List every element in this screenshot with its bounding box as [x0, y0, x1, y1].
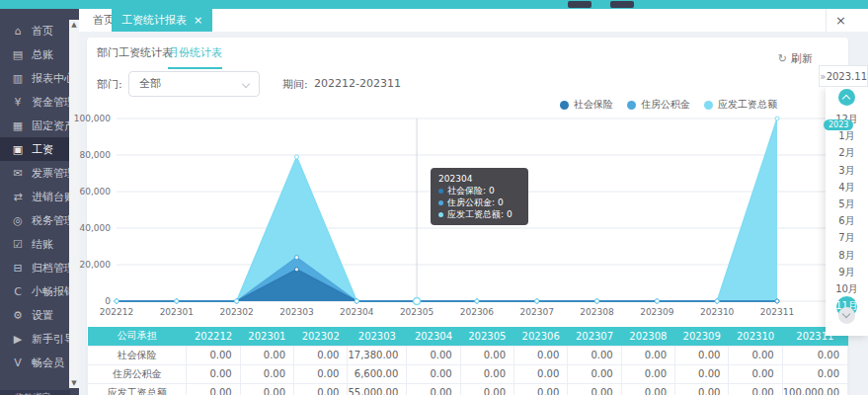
content-card: 部门工资统计表 月份统计表 ↻ 刷新 部门: 全部 期间: 202212-202…	[87, 38, 848, 395]
row-label: 社会保险	[88, 346, 187, 364]
close-panel-button[interactable]: ×	[826, 9, 855, 32]
months-scroll-up-button[interactable]	[838, 89, 855, 106]
table-header-cell: 202304	[407, 327, 460, 346]
table-cell: 0.00	[514, 364, 568, 383]
month-item-10月[interactable]: 10月	[826, 281, 868, 297]
month-picker-panel: 12月1月2月3月4月5月6月7月8月9月10月11月 2023	[826, 87, 868, 336]
scroll-down-icon[interactable]: ▼	[69, 378, 79, 388]
months-scroll-down-button[interactable]	[838, 307, 855, 324]
month-item-7月[interactable]: 7月	[826, 230, 868, 246]
sidebar-item-salary[interactable]: ▣工资	[0, 137, 79, 161]
month-item-8月[interactable]: 8月	[826, 248, 868, 264]
sidebar-item-settings[interactable]: ⚙设置	[0, 303, 79, 327]
table-cell: 0.00	[460, 346, 513, 364]
month-item-1月[interactable]: 1月	[826, 128, 868, 144]
sidebar-item-tax-management[interactable]: ◎税务管理	[0, 208, 79, 232]
table-header-cell: 202303	[348, 327, 407, 346]
table-cell: 0.00	[729, 346, 782, 364]
sidebar-item-home[interactable]: ⌂首页	[0, 19, 79, 42]
table-cell: 0.00	[240, 346, 293, 364]
table-cell: 100,000.00	[782, 383, 847, 395]
funds-management-icon: ¥	[11, 96, 25, 109]
sidebar-item-beginner-guide[interactable]: ▶新手引导	[0, 327, 79, 351]
purchase-sales-ledger-icon: ⇄	[11, 191, 25, 203]
tax-management-icon: ◎	[11, 214, 25, 227]
legend-item[interactable]: 应发工资总额	[704, 98, 777, 112]
topbar-button[interactable]	[610, 1, 634, 8]
tab-salary-report[interactable]: 工资统计报表 ×	[112, 9, 212, 32]
month-item-9月[interactable]: 9月	[826, 265, 868, 280]
legend-dot-icon	[627, 101, 636, 110]
legend-item[interactable]: 住房公积金	[627, 98, 690, 112]
table-cell: 0.00	[782, 346, 847, 364]
sidebar-item-membership[interactable]: V畅会员	[0, 351, 79, 374]
sidebar-item-fixed-assets[interactable]: ▦固定资产	[0, 114, 79, 137]
closing-icon: ☑	[11, 238, 25, 251]
table-cell: 0.00	[240, 364, 293, 383]
refresh-button[interactable]: ↻ 刷新	[778, 51, 813, 66]
scroll-up-icon[interactable]: ▲	[69, 20, 79, 30]
sidebar-item-label: 总账	[32, 47, 53, 62]
table-row: 应发工资总额0.000.000.0055,000.000.000.000.000…	[88, 383, 848, 395]
invoice-management-icon: ✉	[11, 167, 25, 180]
sidebar-item-archive-management[interactable]: ⊟归档管理	[0, 256, 79, 279]
department-select[interactable]: 全部	[128, 71, 260, 97]
sidebar-item-purchase-sales-ledger[interactable]: ⇄进销台账	[0, 185, 79, 208]
membership-icon: V	[11, 356, 25, 369]
month-item-2月[interactable]: 2月	[826, 145, 868, 161]
x-tick-label: 202304	[332, 307, 381, 317]
table-header-cell: 202310	[729, 327, 782, 346]
table-header-row: 公司承担202212202301202302202303202304202305…	[88, 327, 848, 346]
month-item-6月[interactable]: 6月	[826, 213, 868, 229]
top-header-strip	[0, 0, 868, 9]
table-cell: 0.00	[782, 364, 847, 383]
x-tick-label: 202310	[692, 307, 742, 317]
month-item-3月[interactable]: 3月	[826, 163, 868, 179]
general-ledger-icon: ▤	[11, 48, 25, 61]
sidebar-scrollbar[interactable]: ▲ ▼	[69, 20, 79, 388]
y-tick-label: 20,000	[69, 260, 111, 270]
x-tick-label: 202308	[573, 307, 622, 317]
chart-legend: 社会保险住房公积金应发工资总额	[560, 98, 777, 112]
table-header-cell: 202309	[675, 327, 729, 346]
tab-close-icon[interactable]: ×	[194, 14, 202, 27]
x-tick-label: 202306	[452, 307, 502, 317]
sidebar-item-label: 结账	[32, 237, 53, 252]
legend-dot-icon	[704, 101, 713, 110]
table-cell: 0.00	[460, 364, 513, 383]
refresh-icon: ↻	[778, 52, 787, 65]
announcement-marquee[interactable]: ◀ 收款绑定	[0, 390, 70, 395]
subtab-monthly-stats[interactable]: 月份统计表	[168, 45, 222, 69]
table-header-cell: 202302	[294, 327, 348, 346]
report-center-icon: ▥	[11, 72, 25, 85]
y-tick-label: 60,000	[69, 187, 111, 197]
sidebar-item-reimbursement[interactable]: C小畅报销	[0, 279, 79, 303]
salary-icon: ▣	[11, 143, 25, 156]
x-tick-label: 202302	[212, 307, 262, 317]
collapse-panel-icon[interactable]: »	[820, 71, 827, 82]
table-header-cell: 202212	[187, 327, 240, 346]
month-item-5月[interactable]: 5月	[826, 197, 868, 212]
x-tick-label: 202212	[92, 307, 141, 317]
sidebar-item-closing[interactable]: ☑结账	[0, 232, 79, 256]
sidebar: ⌂首页▤总账▥报表中心¥资金管理▦固定资产▣工资✉发票管理⇄进销台账◎税务管理☑…	[0, 9, 79, 395]
home-icon: ⌂	[11, 25, 25, 38]
topbar-button[interactable]	[568, 1, 592, 8]
sidebar-item-general-ledger[interactable]: ▤总账	[0, 42, 79, 66]
table-cell: 0.00	[460, 383, 513, 395]
reimbursement-icon: C	[11, 285, 25, 298]
table-cell: 55,000.00	[348, 383, 407, 395]
table-cell: 0.00	[568, 383, 621, 395]
period-selector-header[interactable]: » 2023.11	[819, 65, 868, 87]
sidebar-item-funds-management[interactable]: ¥资金管理	[0, 90, 79, 114]
table-cell: 0.00	[621, 346, 674, 364]
legend-item[interactable]: 社会保险	[560, 98, 613, 112]
month-item-4月[interactable]: 4月	[826, 180, 868, 196]
current-period: 2023.11	[827, 71, 867, 82]
settings-icon: ⚙	[11, 309, 25, 322]
sidebar-menu: ⌂首页▤总账▥报表中心¥资金管理▦固定资产▣工资✉发票管理⇄进销台账◎税务管理☑…	[0, 9, 79, 374]
subtab-department-salary[interactable]: 部门工资统计表	[97, 45, 173, 69]
sidebar-item-label: 畅会员	[32, 356, 64, 370]
sidebar-item-report-center[interactable]: ▥报表中心	[0, 66, 79, 90]
sidebar-item-invoice-management[interactable]: ✉发票管理	[0, 161, 79, 185]
